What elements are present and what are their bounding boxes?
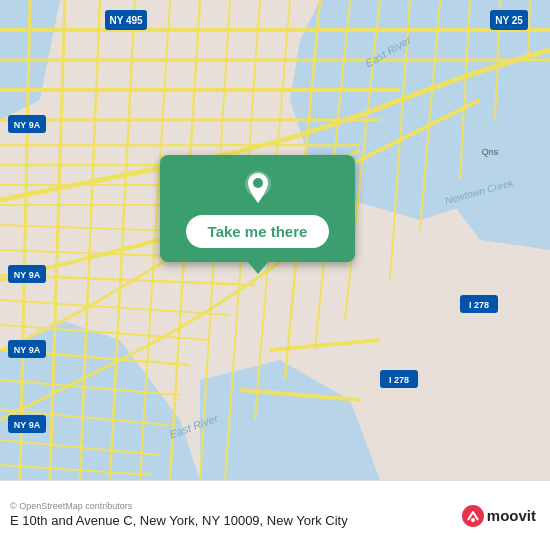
- svg-text:NY 25: NY 25: [495, 15, 523, 26]
- moovit-label: moovit: [487, 507, 536, 524]
- map-container: NY 495 NY 25 NY 9A NY 9A NY 9A NY 9A I 2…: [0, 0, 550, 480]
- attribution-text: © OpenStreetMap contributors: [10, 501, 132, 511]
- svg-text:NY 9A: NY 9A: [14, 270, 41, 280]
- svg-text:Qns: Qns: [482, 147, 499, 157]
- location-text: E 10th and Avenue C, New York, NY 10009,…: [10, 513, 452, 530]
- bottom-bar: © OpenStreetMap contributors E 10th and …: [0, 480, 550, 550]
- svg-text:NY 9A: NY 9A: [14, 420, 41, 430]
- bottom-text-area: © OpenStreetMap contributors E 10th and …: [10, 501, 452, 530]
- map-attribution: © OpenStreetMap contributors: [10, 501, 452, 511]
- svg-point-64: [253, 178, 263, 188]
- svg-text:I 278: I 278: [389, 375, 409, 385]
- svg-point-66: [471, 518, 475, 522]
- take-me-there-button[interactable]: Take me there: [186, 215, 330, 248]
- svg-text:NY 9A: NY 9A: [14, 345, 41, 355]
- location-pin-icon: [239, 169, 277, 207]
- svg-text:NY 495: NY 495: [109, 15, 143, 26]
- svg-text:I 278: I 278: [469, 300, 489, 310]
- svg-point-65: [462, 505, 484, 527]
- moovit-logo: moovit: [462, 505, 536, 527]
- moovit-icon: [462, 505, 484, 527]
- svg-text:NY 9A: NY 9A: [14, 120, 41, 130]
- popup-card: Take me there: [160, 155, 355, 262]
